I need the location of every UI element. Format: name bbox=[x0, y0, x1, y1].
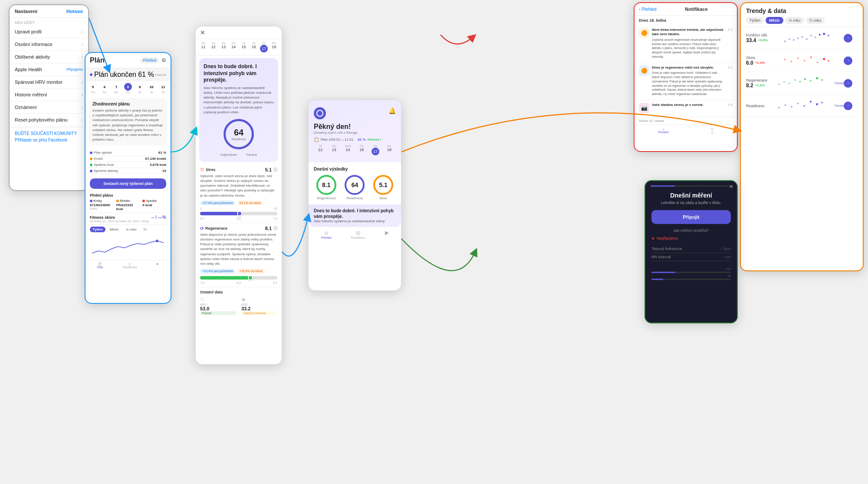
trends-regen-trends[interactable]: Trends bbox=[834, 82, 844, 85]
date-16[interactable]: St 16 bbox=[249, 41, 259, 53]
date-11[interactable]: Pá 11 bbox=[198, 41, 208, 53]
trends-age-value: 33.4 bbox=[746, 37, 756, 43]
cr-cal-16[interactable]: Pá 16 bbox=[355, 145, 368, 155]
svg-point-11 bbox=[823, 33, 825, 35]
settings-item-history[interactable]: Historie měření › bbox=[10, 89, 88, 101]
trends-tab-half[interactable]: ½ roku bbox=[806, 17, 825, 24]
regen-circle-label: Regenerace bbox=[317, 196, 336, 200]
trends-stress-value: 6.0 bbox=[746, 60, 753, 66]
gear-icon[interactable]: ⚙ bbox=[161, 57, 166, 63]
daily-close-button[interactable]: ✕ bbox=[729, 184, 733, 190]
settings-item-notifications[interactable]: Oznámení › bbox=[10, 101, 88, 114]
trends-stress-name: Stres bbox=[746, 56, 775, 60]
daily-metric-rr: RR interval – ms bbox=[651, 253, 731, 261]
facebook-link[interactable]: Přihlaste se přes Facebook bbox=[15, 138, 83, 142]
svg-point-33 bbox=[797, 102, 799, 104]
svg-point-14 bbox=[790, 61, 792, 63]
close-icon[interactable]: ✕ bbox=[200, 29, 205, 36]
settings-done-button[interactable]: Hotovo bbox=[66, 9, 83, 14]
readiness-icon: ◎ bbox=[356, 230, 360, 236]
app-logo bbox=[314, 107, 326, 119]
notif-nav-overview[interactable]: ⌂ Přehled bbox=[658, 128, 668, 135]
trends-stress-btn[interactable]: → bbox=[844, 56, 852, 65]
stress-range-max: 10 bbox=[274, 207, 277, 210]
plan-tab-half[interactable]: ½ bbox=[141, 227, 149, 232]
notif-title-2: Dnes je regenerace nižší než obvykle. bbox=[652, 66, 725, 70]
cal-day-9[interactable]: 9 Út bbox=[136, 83, 144, 94]
date-18[interactable]: Pá 18 bbox=[269, 41, 279, 53]
trends-readiness-trends[interactable]: Trends bbox=[834, 104, 844, 107]
regen-badge1: +13.4% pod průměrem bbox=[200, 269, 235, 273]
daily-howto[interactable]: Jak měření probíhá? bbox=[651, 228, 731, 233]
hrv-label: HRV bbox=[200, 303, 236, 306]
cr-cal-14[interactable]: Ned 14 bbox=[342, 145, 355, 155]
settings-panel: Nastavení Hotovo MŮJ ÚČET Upravit profil… bbox=[9, 4, 89, 191]
cal-day-6[interactable]: 6 So bbox=[101, 83, 108, 94]
settings-item-personal-info[interactable]: Osobní informace › bbox=[10, 38, 88, 51]
main-panel: ✕ Pá 11 So 12 Ne 13 Po 14 Út 15 St 16 Čt bbox=[195, 26, 282, 365]
cal-day-8[interactable]: 8 Po bbox=[124, 83, 132, 94]
main-header: ✕ bbox=[196, 26, 282, 39]
readiness-value: 64 bbox=[234, 128, 243, 138]
svg-point-27 bbox=[810, 80, 812, 82]
svg-point-3 bbox=[788, 38, 790, 40]
plan-progress-bar: Plán ukončen 61 % Hotové bbox=[85, 68, 171, 81]
settings-item-reset-plan[interactable]: Reset pohybového plánu › bbox=[10, 114, 88, 126]
plan-bottom-nav: 📋Plán ◎Readiness ▶ bbox=[85, 260, 171, 270]
stress-section: ♡ Stres 5.1 ⓘ Výborně, vaše úroveň stres… bbox=[196, 165, 282, 223]
nav-arrow[interactable]: ▶ bbox=[157, 262, 159, 269]
cr-cal-17[interactable]: So 17 bbox=[369, 145, 382, 155]
cr-cal-18[interactable]: Ne 18 bbox=[383, 145, 396, 155]
date-14[interactable]: Po 14 bbox=[229, 41, 239, 53]
svg-point-7 bbox=[806, 38, 807, 40]
trends-age-btn[interactable]: → bbox=[844, 34, 852, 43]
stress-bar bbox=[200, 212, 277, 215]
plan-overview-button[interactable]: Přehled bbox=[140, 57, 159, 63]
hrv-badge: Průměr bbox=[200, 311, 236, 315]
cal-day-5[interactable]: 5 Pá bbox=[89, 83, 97, 94]
cal-day-11[interactable]: 11 Čt bbox=[159, 83, 167, 94]
cal-day-10[interactable]: 10 St bbox=[148, 83, 155, 94]
date-12[interactable]: So 12 bbox=[208, 41, 218, 53]
date-15[interactable]: Út 15 bbox=[239, 41, 249, 53]
notif-today-label: Dnes 18. ledna bbox=[635, 16, 737, 25]
settings-item-hrv-monitor[interactable]: Spárovat HRV monitor › bbox=[10, 76, 88, 89]
trends-regen-btn[interactable]: → bbox=[844, 79, 852, 88]
cr-cal-12[interactable]: Út 12 bbox=[314, 145, 327, 155]
cr-nav-arrow[interactable]: ▶ bbox=[385, 230, 389, 239]
loading-bar bbox=[651, 185, 732, 187]
svg-point-24 bbox=[794, 79, 796, 81]
notif-desc-2: Dnes je vaše regenerace horší. Vzhledem … bbox=[652, 71, 725, 96]
trends-tab-month[interactable]: Měsíc bbox=[766, 17, 783, 24]
plan-tab-month[interactable]: Měsíc bbox=[107, 227, 122, 232]
settings-item-fav-activities[interactable]: Oblíbené aktivity › bbox=[10, 51, 88, 63]
bell-icon[interactable]: 🔔 bbox=[388, 107, 396, 114]
nav-plan[interactable]: 📋Plán bbox=[97, 262, 103, 269]
settings-item-edit-profile[interactable]: Upravit profil › bbox=[10, 26, 88, 38]
plan-tab-week[interactable]: Týden bbox=[90, 227, 105, 232]
cr-nav-readiness[interactable]: ◎ Readiness bbox=[351, 230, 365, 239]
hero-sub: Stav řídícího systému je nadstandardně d… bbox=[204, 86, 274, 115]
date-13[interactable]: Ne 13 bbox=[219, 41, 229, 53]
settings-item-apple-health[interactable]: Apple Health Připojeno bbox=[10, 63, 88, 76]
trends-tab-quarter[interactable]: ¼ roku bbox=[785, 17, 804, 24]
plan-tab-quarter[interactable]: ¼ roku bbox=[123, 227, 139, 232]
nav-readiness[interactable]: ◎Readiness bbox=[123, 262, 137, 269]
svg-point-20 bbox=[827, 60, 829, 62]
daily-progress-bar-60 bbox=[651, 279, 731, 280]
chevron-icon: › bbox=[82, 30, 83, 34]
cr-nav-overview[interactable]: ⌂ Přehled bbox=[321, 230, 331, 239]
build-plan-button[interactable]: Sestavit nový týdenní plán bbox=[90, 178, 166, 189]
cal-day-7[interactable]: 7 Ne bbox=[112, 83, 120, 94]
daily-connect-button[interactable]: Připojit bbox=[651, 210, 731, 224]
cr-plan-row: 📋 Plán 2/05.01.—11.01. 61 % Hotové ! bbox=[314, 137, 396, 142]
cr-header: Pěkný den! Dosahuj svých cílů s Elonga 🔔… bbox=[309, 100, 401, 162]
date-17[interactable]: Čt 17 bbox=[259, 41, 269, 53]
svg-point-18 bbox=[816, 62, 818, 63]
notif-back-button[interactable]: ‹ Přehled bbox=[639, 7, 657, 12]
svg-point-36 bbox=[816, 103, 819, 105]
cr-cal-13[interactable]: Stř 13 bbox=[328, 145, 341, 155]
notif-nav-readiness[interactable]: ◎ ◎ bbox=[711, 128, 713, 135]
trends-tab-week[interactable]: Týden bbox=[746, 17, 764, 24]
trends-readiness-btn[interactable]: → bbox=[844, 102, 852, 110]
